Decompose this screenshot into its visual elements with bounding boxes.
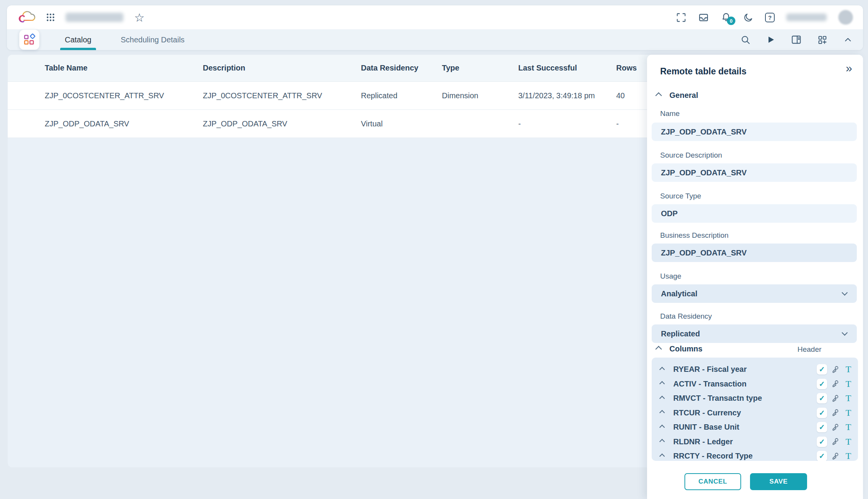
column-checkbox[interactable]: ✓ [817, 379, 827, 389]
cell-description: ZJP_ODP_ODATA_SRV [203, 119, 361, 128]
column-checkbox[interactable]: ✓ [817, 422, 827, 432]
source-type-value: ODP [661, 209, 678, 218]
source-description-label: Source Description [660, 151, 722, 160]
key-icon[interactable] [831, 437, 840, 446]
text-type-icon: T [844, 451, 853, 461]
product-logo-icon [17, 8, 36, 27]
text-type-icon: T [844, 393, 853, 403]
column-list-item: RTCUR - Currency ✓ T [652, 406, 858, 420]
chevron-up-icon[interactable] [659, 396, 665, 401]
chevron-down-icon [842, 290, 848, 296]
cancel-button[interactable]: CANCEL [684, 473, 741, 490]
run-play-icon[interactable] [766, 35, 775, 44]
source-type-label: Source Type [660, 192, 701, 200]
column-checkbox[interactable]: ✓ [817, 393, 827, 403]
tab-bar: Catalog Scheduling Details [62, 29, 187, 50]
fullscreen-icon[interactable] [676, 12, 686, 23]
business-description-label: Business Description [660, 231, 728, 240]
column-list-item: ACTIV - Transaction ✓ T [652, 377, 858, 391]
name-label: Name [660, 109, 680, 118]
column-checkbox[interactable]: ✓ [817, 437, 827, 447]
data-residency-label: Data Residency [660, 312, 712, 321]
user-avatar[interactable] [838, 10, 853, 25]
col-header-table-name: Table Name [45, 64, 203, 72]
columns-header-column-label: Header [797, 345, 821, 354]
cell-table-name: ZJP_ODP_ODATA_SRV [45, 119, 203, 128]
remote-table-details-panel: Remote table details » General Name ZJP_… [647, 55, 863, 499]
workspace-title-blurred [66, 13, 123, 22]
name-field: ZJP_ODP_ODATA_SRV [652, 123, 857, 141]
column-label: RLDNR - Ledger [673, 437, 733, 446]
chevron-up-icon[interactable] [659, 410, 665, 415]
editor-toolbar: Catalog Scheduling Details [7, 29, 863, 50]
key-icon[interactable] [831, 408, 840, 417]
columns-section-header[interactable]: Columns [656, 344, 703, 353]
col-header-description: Description [203, 64, 361, 72]
chevron-up-icon[interactable] [659, 381, 665, 386]
chevron-up-icon[interactable] [659, 367, 665, 372]
collapse-toolbar-chevron-icon[interactable] [843, 35, 853, 45]
tab-catalog[interactable]: Catalog [62, 29, 94, 50]
column-label: ACTIV - Transaction [673, 380, 747, 388]
inbox-icon[interactable] [698, 12, 709, 23]
column-list-item: RLDNR - Ledger ✓ T [652, 435, 858, 449]
favorite-star-icon[interactable]: ☆ [134, 11, 145, 24]
app-grid-icon[interactable] [46, 12, 56, 22]
key-icon[interactable] [831, 379, 840, 388]
business-description-input[interactable]: ZJP_ODP_ODATA_SRV [652, 244, 857, 262]
chevron-up-icon [656, 346, 662, 352]
text-type-icon: T [844, 379, 853, 389]
column-label: RMVCT - Transactn type [673, 394, 762, 403]
column-checkbox[interactable]: ✓ [817, 408, 827, 418]
chevron-up-icon[interactable] [659, 425, 665, 430]
text-type-icon: T [844, 422, 853, 432]
replication-flow-app-icon[interactable] [19, 30, 39, 50]
help-icon[interactable]: ? [765, 13, 775, 22]
key-icon[interactable] [831, 452, 840, 461]
columns-list: RYEAR - Fiscal year ✓ T ACTIV - Transact… [652, 358, 858, 461]
cell-data-residency: Replicated [361, 91, 442, 100]
cell-description: ZJP_0COSTCENTER_ATTR_SRV [203, 91, 361, 100]
column-checkbox[interactable]: ✓ [817, 364, 827, 375]
shell-header: ☆ 0 [7, 5, 863, 50]
search-icon[interactable] [740, 35, 751, 45]
data-residency-select[interactable]: Replicated [652, 324, 857, 343]
chevron-up-icon[interactable] [659, 439, 665, 444]
notifications-bell-icon[interactable]: 0 [721, 12, 731, 23]
key-icon[interactable] [831, 423, 840, 432]
collapse-panel-icon[interactable]: » [846, 62, 852, 74]
column-list-item: RRCTY - Record Type ✓ T [652, 449, 858, 461]
usage-select[interactable]: Analytical [652, 284, 857, 303]
chevron-up-icon[interactable] [659, 454, 665, 459]
column-checkbox[interactable]: ✓ [817, 451, 827, 461]
general-section-header[interactable]: General [656, 91, 698, 100]
business-description-value: ZJP_ODP_ODATA_SRV [661, 249, 747, 257]
data-residency-value: Replicated [661, 329, 700, 338]
cell-last-successful: 3/11/2023, 3:49:18 pm [518, 91, 616, 100]
text-type-icon: T [844, 408, 853, 418]
side-panel-layout-icon[interactable] [791, 34, 802, 45]
text-type-icon: T [844, 437, 853, 447]
panel-title: Remote table details [660, 66, 747, 77]
column-label: RUNIT - Base Unit [673, 423, 739, 432]
general-section-label: General [669, 91, 698, 100]
dark-mode-moon-icon[interactable] [743, 12, 753, 23]
save-button[interactable]: SAVE [750, 473, 807, 490]
tab-scheduling-details[interactable]: Scheduling Details [118, 29, 187, 50]
column-list-item: RUNIT - Base Unit ✓ T [652, 420, 858, 435]
user-name-blurred[interactable] [786, 13, 827, 21]
col-header-type: Type [442, 64, 518, 72]
columns-section-label: Columns [669, 344, 703, 353]
column-label: RYEAR - Fiscal year [673, 365, 747, 374]
key-icon[interactable] [831, 394, 840, 403]
source-type-field: ODP [652, 204, 857, 223]
column-label: RRCTY - Record Type [673, 452, 753, 460]
column-list-item: RYEAR - Fiscal year ✓ T [652, 362, 858, 377]
notification-count-badge: 0 [727, 17, 735, 25]
add-widget-grid-plus-icon[interactable] [817, 35, 828, 45]
source-description-value: ZJP_ODP_ODATA_SRV [661, 168, 747, 177]
column-list-item: RMVCT - Transactn type ✓ T [652, 391, 858, 406]
text-type-icon: T [844, 364, 853, 375]
key-icon[interactable] [831, 365, 840, 374]
col-header-last-successful: Last Successful [518, 64, 616, 72]
